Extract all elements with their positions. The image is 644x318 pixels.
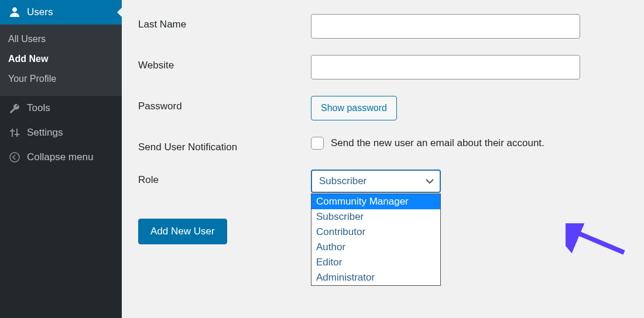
svg-line-1 [571,230,624,253]
sidebar-item-settings[interactable]: Settings [0,120,122,145]
submenu-your-profile[interactable]: Your Profile [0,69,122,89]
wrench-icon [8,102,21,115]
last-name-label: Last Name [138,14,311,30]
sidebar-item-collapse[interactable]: Collapse menu [0,145,122,170]
sidebar-item-users[interactable]: Users [0,0,122,25]
sidebar-label-collapse: Collapse menu [27,151,93,163]
role-option-community-manager[interactable]: Community Manager [311,194,440,209]
sidebar-item-tools[interactable]: Tools [0,96,122,120]
role-option-author[interactable]: Author [311,240,440,255]
last-name-input[interactable] [311,14,580,39]
collapse-icon [8,151,21,164]
role-label: Role [138,170,311,186]
notification-label: Send User Notification [138,137,311,153]
role-option-editor[interactable]: Editor [311,255,440,270]
sidebar-label-users: Users [27,6,53,18]
sidebar-label-settings: Settings [27,127,63,139]
role-option-contributor[interactable]: Contributor [311,224,440,240]
role-select[interactable]: Subscriber [311,170,441,193]
main-content: Last Name Website Password Show password… [122,0,644,318]
notification-checkbox-label[interactable]: Send the new user an email about their a… [331,137,544,149]
website-input[interactable] [311,55,580,80]
role-dropdown: Community Manager Subscriber Contributor… [311,193,441,286]
chevron-down-icon [426,177,434,185]
website-label: Website [138,55,311,71]
sidebar-label-tools: Tools [27,102,50,114]
submenu-users: All Users Add New Your Profile [0,25,122,96]
password-label: Password [138,96,311,112]
add-new-user-button[interactable]: Add New User [138,219,227,244]
user-icon [8,6,21,19]
svg-point-0 [10,153,19,162]
role-option-administrator[interactable]: Administrator [311,270,440,285]
submenu-add-new[interactable]: Add New [0,49,122,69]
sliders-icon [8,126,21,139]
submenu-all-users[interactable]: All Users [0,29,122,49]
role-select-value: Subscriber [319,175,366,187]
show-password-button[interactable]: Show password [311,96,397,120]
role-option-subscriber[interactable]: Subscriber [311,209,440,224]
arrow-annotation-icon [566,223,630,258]
admin-sidebar: Users All Users Add New Your Profile Too… [0,0,122,318]
notification-checkbox[interactable] [311,137,324,150]
